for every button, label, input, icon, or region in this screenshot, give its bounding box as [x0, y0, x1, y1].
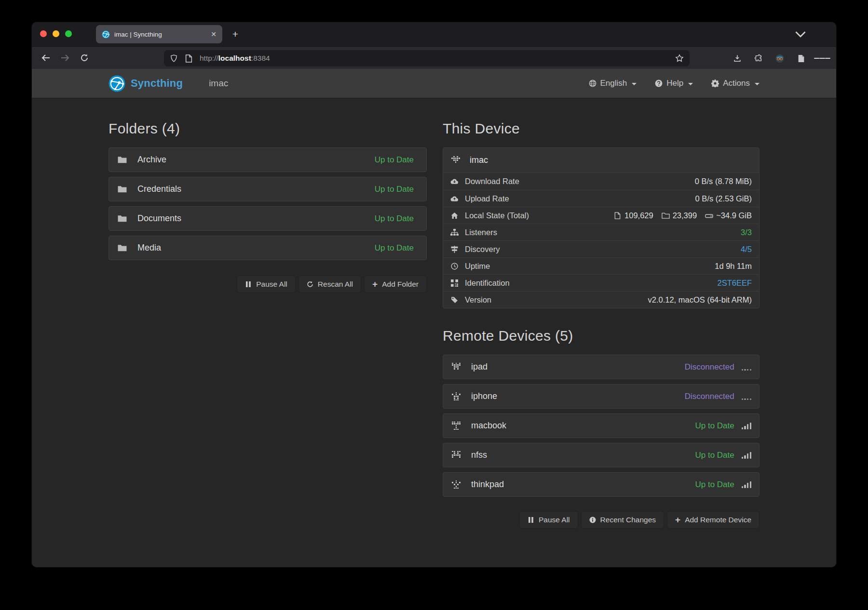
- help-menu[interactable]: Help: [655, 79, 693, 88]
- device-status: Disconnected: [685, 362, 734, 372]
- device-status: Disconnected: [685, 392, 734, 401]
- reader-sidebar-button[interactable]: [793, 50, 809, 66]
- bookmark-star-icon[interactable]: [675, 54, 684, 63]
- stat-upload-rate: Upload Rate 0 B/s (2.53 GiB): [443, 190, 759, 207]
- folder-row-archive[interactable]: Archive Up to Date: [108, 147, 427, 172]
- signal-strength-icon: [742, 481, 751, 488]
- pause-icon: [528, 517, 534, 523]
- url-host: localhost: [218, 54, 251, 62]
- actions-menu-label: Actions: [723, 79, 750, 88]
- device-name: ipad: [471, 362, 488, 372]
- this-device-row[interactable]: imac: [443, 148, 759, 173]
- tab-close-icon[interactable]: ✕: [211, 30, 217, 38]
- device-status: Up to Date: [695, 480, 734, 490]
- folder-row-media[interactable]: Media Up to Date: [108, 236, 427, 260]
- url-protocol: http://: [200, 54, 218, 62]
- device-row-macbook[interactable]: macbook Up to Date: [443, 413, 760, 438]
- stat-label: Uptime: [465, 262, 490, 271]
- minimize-window-button[interactable]: [53, 30, 59, 37]
- signal-strength-icon: [742, 393, 751, 400]
- plus-icon: +: [372, 279, 378, 289]
- device-identicon: [451, 156, 460, 165]
- add-remote-device-button[interactable]: + Add Remote Device: [667, 511, 760, 529]
- rescan-all-button[interactable]: Rescan All: [298, 276, 361, 293]
- chevron-down-icon: [688, 83, 693, 85]
- tab-title: imac | Syncthing: [114, 31, 207, 38]
- pause-all-folders-button[interactable]: Pause All: [237, 276, 296, 293]
- menu-hamburger-button[interactable]: [814, 50, 830, 66]
- device-page-title: imac: [209, 78, 228, 89]
- files-count: 109,629: [624, 211, 653, 220]
- new-tab-button[interactable]: +: [229, 28, 242, 41]
- extensions-button[interactable]: [750, 50, 767, 66]
- tag-icon: [450, 296, 459, 304]
- stat-value[interactable]: 4/5: [741, 245, 752, 254]
- recent-changes-button[interactable]: Recent Changes: [581, 511, 664, 529]
- total-size: ~34.9 GiB: [716, 211, 752, 220]
- zoom-window-button[interactable]: [65, 30, 72, 37]
- stat-label: Local State (Total): [465, 211, 529, 220]
- folder-icon: [118, 214, 127, 223]
- device-row-ipad[interactable]: ipad Disconnected: [443, 355, 760, 379]
- close-window-button[interactable]: [40, 30, 47, 37]
- button-label: Rescan All: [318, 280, 353, 289]
- stat-value: v2.0.12, macOS (64-bit ARM): [648, 295, 752, 305]
- url-text[interactable]: http://localhost:8384: [200, 54, 270, 63]
- syncthing-page: Syncthing imac English Help: [32, 69, 836, 567]
- back-button[interactable]: [38, 50, 54, 66]
- browser-tab[interactable]: imac | Syncthing ✕: [96, 25, 222, 43]
- hdd-icon: [705, 212, 713, 219]
- folder-icon: [118, 244, 127, 252]
- add-folder-button[interactable]: + Add Folder: [364, 276, 427, 293]
- signal-strength-icon: [742, 452, 751, 459]
- folder-name: Credentials: [137, 184, 181, 194]
- brand-name: Syncthing: [131, 77, 183, 90]
- button-label: Recent Changes: [600, 516, 656, 524]
- downloads-button[interactable]: [729, 50, 746, 66]
- device-row-iphone[interactable]: iphone Disconnected: [443, 384, 760, 409]
- button-label: Add Remote Device: [685, 516, 751, 524]
- this-device-panel: imac Download Rate 0 B/s (8.78 MiB) Uplo…: [443, 147, 760, 308]
- stat-label: Download Rate: [465, 177, 519, 186]
- shield-icon[interactable]: [170, 54, 178, 63]
- folder-status: Up to Date: [375, 243, 414, 253]
- tab-list-chevron-icon[interactable]: [795, 29, 806, 40]
- folder-status: Up to Date: [375, 155, 414, 165]
- folder-row-documents[interactable]: Documents Up to Date: [108, 206, 427, 231]
- forward-button[interactable]: [57, 50, 73, 66]
- remote-device-list: ipad Disconnected iphone Disconnected ma…: [443, 355, 760, 497]
- folder-icon: [118, 156, 127, 164]
- this-device-heading: This Device: [443, 120, 760, 137]
- reload-button[interactable]: [76, 50, 93, 66]
- device-name: imac: [470, 155, 488, 165]
- folder-row-credentials[interactable]: Credentials Up to Date: [108, 177, 427, 201]
- stat-label: Identification: [465, 278, 510, 288]
- folder-icon: [118, 185, 127, 193]
- language-menu[interactable]: English: [589, 79, 637, 88]
- actions-menu[interactable]: Actions: [711, 79, 760, 88]
- sitemap-icon: [450, 229, 459, 236]
- cloud-download-icon: [450, 178, 459, 185]
- stat-value: 3/3: [741, 228, 752, 237]
- stat-version: Version v2.0.12, macOS (64-bit ARM): [443, 291, 759, 308]
- device-row-nfss[interactable]: nfss Up to Date: [443, 443, 760, 467]
- pause-all-devices-button[interactable]: Pause All: [519, 511, 578, 529]
- info-circle-icon: [589, 517, 596, 523]
- device-name: iphone: [471, 391, 497, 401]
- address-bar[interactable]: http://localhost:8384: [164, 50, 690, 66]
- syncthing-favicon: [102, 30, 110, 39]
- pause-icon: [245, 281, 252, 288]
- qrcode-icon: [450, 279, 459, 287]
- device-identicon: [452, 480, 461, 489]
- folder-name: Archive: [137, 155, 166, 165]
- device-row-thinkpad[interactable]: thinkpad Up to Date: [443, 472, 760, 497]
- tab-strip: imac | Syncthing ✕ +: [32, 22, 836, 46]
- browser-window: imac | Syncthing ✕ + http://localhost:83…: [32, 22, 836, 567]
- stat-discovery: Discovery 4/5: [443, 240, 759, 257]
- device-id-link[interactable]: 2ST6EEF: [717, 278, 752, 288]
- page-info-icon[interactable]: [185, 54, 193, 63]
- folder-list: Archive Up to Date Credentials Up to Dat…: [108, 147, 427, 260]
- folder-outline-icon: [662, 212, 670, 219]
- account-avatar[interactable]: [772, 50, 788, 66]
- stat-value: 0 B/s (2.53 GiB): [695, 194, 752, 203]
